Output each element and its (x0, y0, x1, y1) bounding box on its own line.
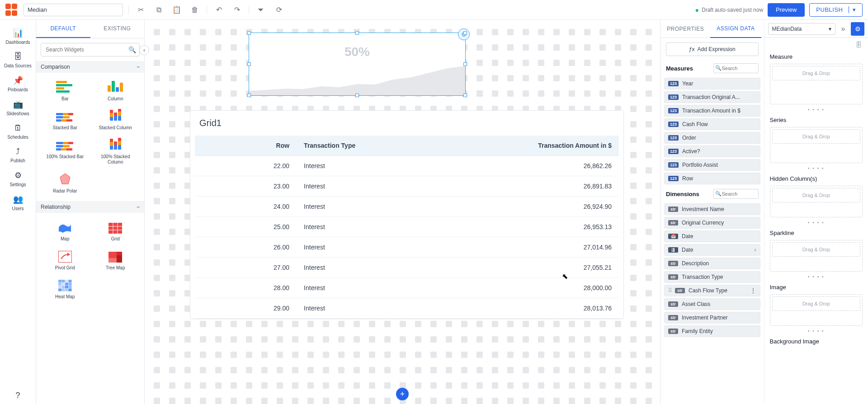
measure-field[interactable]: 123Row (664, 173, 760, 184)
add-widget-button[interactable]: + (396, 388, 409, 400)
string-badge-icon: str (668, 274, 678, 280)
nav-data-sources[interactable]: 🗄 Data Sources (4, 48, 32, 72)
widget-heat-map[interactable]: Heat Map (42, 276, 89, 301)
collapse-panel-button[interactable]: ‹ (139, 45, 149, 55)
dimension-field[interactable]: 📅Date (664, 230, 760, 242)
svg-rect-21 (61, 286, 65, 288)
column-header[interactable]: Transaction Type (297, 136, 466, 156)
settings-icon[interactable]: ⚙ (851, 22, 864, 36)
svg-rect-22 (65, 286, 68, 288)
widget-grid[interactable]: Grid (92, 218, 139, 244)
dimension-field[interactable]: ⇶Date› (664, 244, 760, 256)
column-header[interactable]: Transaction Amount in $ (466, 136, 619, 156)
widget-100-stacked-column[interactable]: 100% Stacked Column (92, 136, 139, 167)
tab-default[interactable]: DEFAULT (36, 20, 90, 38)
tab-properties[interactable]: PROPERTIES (660, 20, 710, 38)
measure-field[interactable]: 123Transaction Amount in $ (664, 105, 760, 117)
measure-field[interactable]: 123Active? (664, 146, 760, 157)
image-dropzone[interactable]: Drag & Drop (772, 296, 861, 311)
dimension-field[interactable]: strAsset Class (664, 298, 760, 310)
widget-column[interactable]: Column (92, 78, 139, 103)
svg-rect-11 (108, 258, 117, 263)
redo-icon[interactable]: ↷ (231, 4, 243, 16)
widget-search-input[interactable] (41, 43, 140, 56)
dimension-field[interactable]: strFamily Entity (664, 325, 760, 337)
table-row[interactable]: 23.00Interest26,891.83 (195, 176, 619, 197)
table-row[interactable]: 29.00Interest28,013.76 (195, 298, 619, 319)
widget-panel: DEFAULT EXISTING ‹ 🔍 Comparison− Bar Col… (36, 20, 145, 404)
dimension-field[interactable]: strInvestment Partner (664, 312, 760, 324)
measure-field[interactable]: 123Transaction Original A... (664, 91, 760, 103)
add-expression-button[interactable]: ƒxAdd Expression (666, 42, 759, 56)
series-dropzone[interactable]: Drag & Drop (772, 129, 861, 144)
column-header[interactable]: Row (195, 136, 297, 156)
publish-button[interactable]: PUBLISH▾ (809, 3, 863, 17)
measure-field[interactable]: 123Cash Flow (664, 118, 760, 130)
users-icon: 👥 (13, 194, 23, 204)
measure-dropzone[interactable]: Drag & Drop (772, 66, 861, 80)
publish-icon: ⤴ (16, 147, 20, 156)
cut-icon[interactable]: ✂ (134, 4, 147, 16)
canvas[interactable]: ⚙ 50% Grid1 RowTransaction TypeTransacti… (145, 20, 660, 404)
dimension-field[interactable]: ⠿strCash Flow Type⋮ (664, 285, 760, 296)
nav-publish[interactable]: ⤴ Publish (4, 143, 32, 167)
nav-slideshows[interactable]: 📺 Slideshows (4, 96, 32, 120)
datasource-more-icon[interactable]: » (838, 25, 848, 33)
table-row[interactable]: 26.00Interest27,014.96 (195, 237, 619, 258)
widget-100-stacked-bar[interactable]: 100% Stacked Bar (42, 136, 89, 167)
undo-icon[interactable]: ↶ (212, 4, 225, 16)
number-badge-icon: 123 (668, 122, 679, 127)
hierarchy-icon: ⇶ (668, 247, 678, 253)
hidden-dropzone[interactable]: Drag & Drop (772, 188, 861, 202)
database-icon[interactable]: 🗄 (854, 40, 863, 50)
drag-handle-icon[interactable]: ⠿ (668, 287, 672, 294)
dashboard-title-input[interactable] (24, 4, 123, 16)
grid-widget[interactable]: Grid1 RowTransaction TypeTransaction Amo… (190, 110, 624, 319)
dimension-field[interactable]: strOriginal Currency (664, 217, 760, 229)
paste-icon[interactable]: 📋 (170, 4, 183, 16)
nav-schedules[interactable]: 🗓 Schedules (4, 120, 32, 143)
dimension-field[interactable]: strTransaction Type (664, 271, 760, 283)
table-row[interactable]: 22.00Interest26,862.26 (195, 156, 619, 176)
table-row[interactable]: 27.00Interest27,055.21 (195, 258, 619, 278)
string-badge-icon: str (668, 207, 678, 212)
measure-field[interactable]: 123Portfolio Assist (664, 159, 760, 171)
help-button[interactable]: ? (0, 387, 36, 404)
widget-stacked-column[interactable]: Stacked Column (92, 107, 139, 132)
publish-caret-icon[interactable]: ▾ (849, 6, 856, 13)
number-badge-icon: 123 (668, 94, 679, 100)
refresh-icon[interactable]: ⟳ (273, 4, 285, 16)
chevron-right-icon[interactable]: › (755, 247, 756, 253)
filter-icon[interactable]: ⏷ (255, 4, 267, 16)
widget-pivot-grid[interactable]: Pivot Grid (42, 247, 89, 272)
table-row[interactable]: 24.00Interest26,924.90 (195, 197, 619, 217)
table-row[interactable]: 28.00Interest28,000.00 (195, 278, 619, 298)
svg-rect-18 (65, 283, 68, 286)
delete-icon[interactable]: 🗑 (189, 4, 201, 16)
widget-radar-polar[interactable]: Radar Polar (42, 170, 89, 196)
datasource-select[interactable]: MEdianData▾ (768, 23, 836, 35)
tab-existing[interactable]: EXISTING (90, 20, 145, 38)
nav-settings[interactable]: ⚙ Settings (4, 167, 32, 191)
nav-pinboards[interactable]: 📌 Pinboards (4, 72, 32, 96)
measure-field[interactable]: 123Year (664, 78, 760, 89)
table-row[interactable]: 25.00Interest26,953.13 (195, 217, 619, 237)
widget-bar[interactable]: Bar (42, 78, 89, 103)
widget-tree-map[interactable]: Tree Map (92, 247, 139, 272)
kpi-widget[interactable]: ⚙ 50% (249, 33, 466, 96)
section-comparison[interactable]: Comparison− (36, 61, 144, 73)
measure-field[interactable]: 123Order (664, 132, 760, 144)
copy-icon[interactable]: ⧉ (152, 4, 165, 16)
dimension-field[interactable]: strDescription (664, 258, 760, 269)
more-icon[interactable]: ⋮ (750, 287, 756, 294)
zone-hidden-label: Hidden Column(s) (764, 172, 868, 184)
nav-users[interactable]: 👥 Users (4, 191, 32, 215)
nav-dashboards[interactable]: 📊 Dashboards (4, 24, 32, 48)
dimension-field[interactable]: strInvestment Name (664, 203, 760, 215)
widget-stacked-bar[interactable]: Stacked Bar (42, 107, 89, 132)
tab-assign-data[interactable]: ASSIGN DATA (710, 20, 761, 38)
section-relationship[interactable]: Relationship− (36, 201, 144, 213)
widget-map[interactable]: Map (42, 218, 89, 244)
sparkline-dropzone[interactable]: Drag & Drop (772, 242, 861, 257)
preview-button[interactable]: Preview (768, 3, 805, 17)
